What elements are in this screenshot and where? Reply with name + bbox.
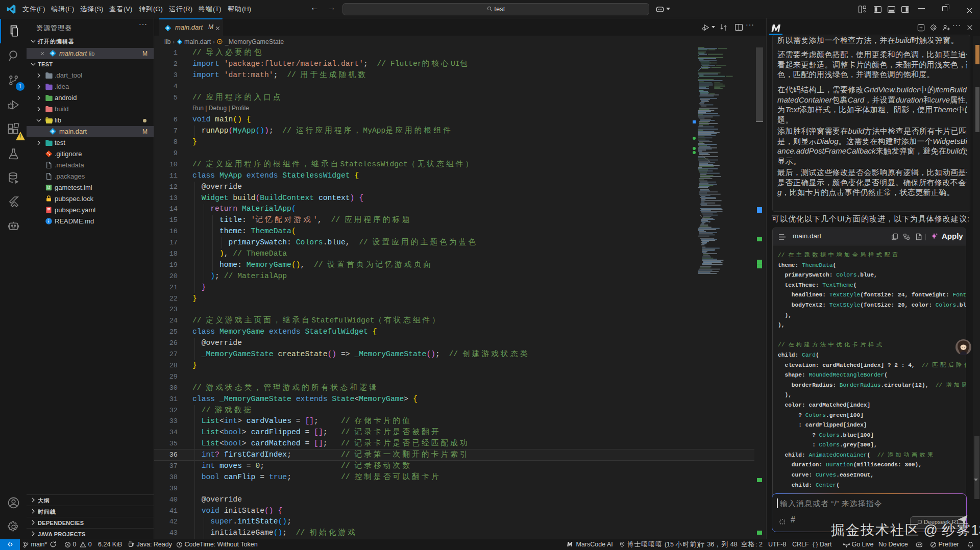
svg-text:IJ: IJ: [47, 186, 50, 189]
